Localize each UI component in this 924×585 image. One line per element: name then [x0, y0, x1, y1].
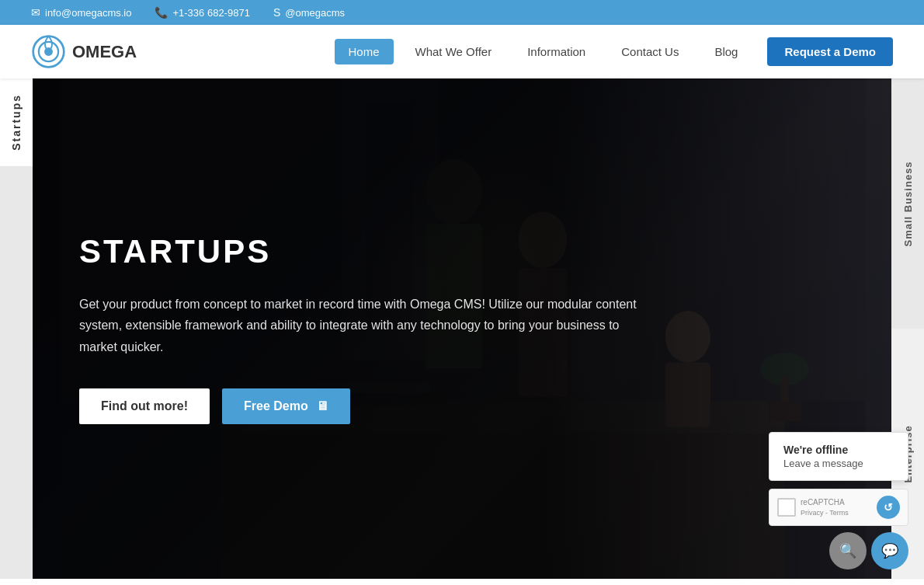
- chat-omega-button[interactable]: 💬: [871, 532, 908, 569]
- startups-tab[interactable]: Startups: [0, 78, 33, 166]
- recaptcha-widget: reCAPTCHAPrivacy - Terms ↺: [769, 489, 908, 526]
- startups-label: Startups: [10, 94, 23, 151]
- chat-action-buttons: 🔍 💬: [769, 532, 908, 569]
- chat-search-button[interactable]: 🔍: [829, 532, 867, 569]
- skype-icon: S: [273, 6, 280, 19]
- chat-status: We're offline: [783, 444, 894, 456]
- email-link[interactable]: ✉ info@omegacms.io: [31, 6, 131, 19]
- nav-blog[interactable]: Blog: [700, 39, 752, 64]
- free-demo-label: Free Demo: [244, 399, 308, 413]
- small-business-label: Small Business: [902, 162, 914, 247]
- chat-action[interactable]: Leave a message: [783, 458, 894, 469]
- skype-link[interactable]: S @omegacms: [273, 6, 345, 19]
- nav-home[interactable]: Home: [335, 39, 394, 64]
- nav-what-we-offer[interactable]: What We Offer: [401, 39, 506, 64]
- hero-content: STARTUPS Get your product from concept t…: [33, 78, 891, 579]
- skype-text: @omegacms: [285, 7, 345, 19]
- search-icon: 🔍: [839, 542, 856, 559]
- left-side-tabs: Startups: [0, 78, 33, 579]
- find-out-more-button[interactable]: Find out more!: [79, 388, 210, 424]
- hero-title: STARTUPS: [79, 233, 845, 270]
- navbar: OMEGA Home What We Offer Information Con…: [0, 25, 924, 78]
- email-icon: ✉: [31, 6, 40, 19]
- small-business-tab[interactable]: Small Business: [891, 78, 924, 329]
- omega-chat-icon: 💬: [881, 542, 898, 559]
- chat-offline-box: We're offline Leave a message: [769, 432, 908, 481]
- hero-buttons: Find out more! Free Demo 🖥: [79, 388, 845, 424]
- hero-section: STARTUPS Get your product from concept t…: [33, 78, 891, 579]
- hero-description: Get your product from concept to market …: [79, 294, 638, 357]
- top-bar: ✉ info@omegacms.io 📞 +1-336 682-9871 S @…: [0, 0, 924, 25]
- free-demo-button[interactable]: Free Demo 🖥: [222, 388, 350, 424]
- nav-contact-us[interactable]: Contact Us: [607, 39, 693, 64]
- chat-widget: We're offline Leave a message reCAPTCHAP…: [769, 432, 908, 569]
- logo-icon: [31, 34, 66, 69]
- nav-links: Home What We Offer Information Contact U…: [335, 37, 894, 66]
- logo[interactable]: OMEGA: [31, 34, 137, 69]
- email-text: info@omegacms.io: [45, 7, 131, 19]
- recaptcha-checkbox[interactable]: [777, 498, 796, 517]
- request-demo-button[interactable]: Request a Demo: [767, 37, 893, 66]
- phone-link[interactable]: 📞 +1-336 682-9871: [155, 6, 249, 19]
- logo-text: OMEGA: [72, 42, 137, 62]
- recaptcha-logo: ↺: [877, 496, 900, 519]
- nav-information[interactable]: Information: [513, 39, 599, 64]
- recaptcha-text: reCAPTCHAPrivacy - Terms: [801, 497, 849, 518]
- demo-icon: 🖥: [316, 399, 328, 413]
- phone-text: +1-336 682-9871: [172, 7, 249, 19]
- phone-icon: 📞: [155, 6, 168, 19]
